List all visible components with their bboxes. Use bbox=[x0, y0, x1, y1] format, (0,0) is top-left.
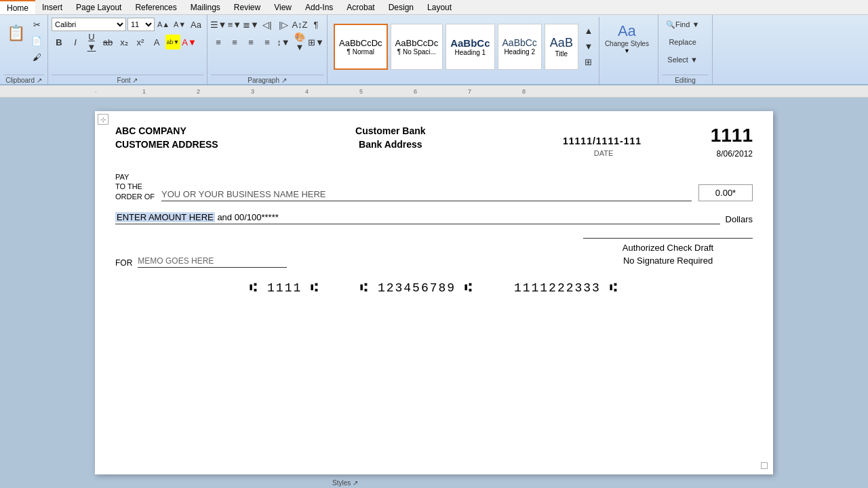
align-right-button[interactable]: ≡ bbox=[243, 35, 258, 49]
copy-button[interactable]: 📄 bbox=[29, 33, 44, 48]
replace-button[interactable]: Replace bbox=[662, 35, 703, 49]
style-heading2-button[interactable]: AaBbCc Heading 2 bbox=[498, 24, 542, 70]
company-info: ABC COMPANY CUSTOMER ADDRESS bbox=[115, 125, 218, 151]
strikethrough-button[interactable]: ab bbox=[100, 35, 115, 49]
check-number: 1111 bbox=[711, 125, 753, 146]
format-painter-button[interactable]: 🖌 bbox=[29, 49, 44, 64]
menu-layout[interactable]: Layout bbox=[420, 0, 458, 14]
micr-routing: ⑆ 1111 ⑆ bbox=[250, 281, 319, 295]
micr-check: 1111222333 ⑆ bbox=[514, 281, 618, 295]
bank-address: Bank Address bbox=[355, 138, 425, 152]
style-no-spacing-button[interactable]: AaBbCcDc ¶ No Spaci... bbox=[391, 24, 443, 70]
change-styles-button[interactable]: Aa Change Styles ▼ bbox=[602, 20, 652, 57]
bold-button[interactable]: B bbox=[52, 35, 66, 49]
shading-button[interactable]: 🎨▼ bbox=[292, 35, 307, 49]
amount-text2: and 00/100***** bbox=[215, 212, 279, 222]
menu-mailings[interactable]: Mailings bbox=[184, 0, 227, 14]
styles-more[interactable]: ⊞ bbox=[581, 55, 596, 70]
routing-check-row: 11111/1111-111 1111 bbox=[563, 125, 753, 146]
font-size-select[interactable]: 11 bbox=[127, 18, 155, 31]
align-left-button[interactable]: ≡ bbox=[211, 35, 226, 49]
styles-group: AaBbCcDc ¶ Normal AaBbCcDc ¶ No Spaci...… bbox=[328, 15, 658, 84]
decrease-indent-button[interactable]: ◁| bbox=[260, 17, 275, 32]
company-address: CUSTOMER ADDRESS bbox=[115, 138, 218, 152]
justify-button[interactable]: ≡ bbox=[260, 35, 275, 49]
font-family-select[interactable]: Calibri bbox=[52, 18, 126, 31]
style-heading1-button[interactable]: AaBbCc Heading 1 bbox=[446, 24, 494, 70]
dollars-label: Dollars bbox=[726, 214, 753, 224]
increase-indent-button[interactable]: |▷ bbox=[276, 17, 291, 32]
bank-info: Customer Bank Bank Address bbox=[355, 125, 425, 151]
line-spacing-button[interactable]: ↕▼ bbox=[276, 35, 291, 49]
menu-insert[interactable]: Insert bbox=[35, 0, 69, 14]
routing-number: 11111/1111-111 bbox=[563, 136, 642, 146]
styles-scroll-down[interactable]: ▼ bbox=[581, 39, 596, 54]
decrease-font-button[interactable]: A▼ bbox=[172, 17, 187, 32]
company-name: ABC COMPANY bbox=[115, 125, 218, 138]
resize-handle[interactable] bbox=[761, 462, 768, 469]
menu-design[interactable]: Design bbox=[382, 0, 420, 14]
style-title-button[interactable]: AaB Title bbox=[545, 24, 578, 70]
text-effects-button[interactable]: A bbox=[149, 35, 164, 49]
menu-add-ins[interactable]: Add-Ins bbox=[298, 0, 340, 14]
menu-references[interactable]: References bbox=[128, 0, 183, 14]
superscript-button[interactable]: x² bbox=[133, 35, 148, 49]
styles-scroll-up[interactable]: ▲ bbox=[581, 24, 596, 39]
paste-button[interactable]: 📋 bbox=[3, 17, 28, 49]
memo-label: FOR bbox=[115, 258, 132, 268]
select-button[interactable]: Select ▼ bbox=[662, 52, 703, 67]
font-color-button[interactable]: A▼ bbox=[182, 35, 197, 49]
find-button[interactable]: 🔍 Find ▼ bbox=[662, 17, 703, 32]
amount-box: 0.00* bbox=[698, 184, 753, 201]
menu-view[interactable]: View bbox=[267, 0, 298, 14]
clipboard-label: Clipboard ↗ bbox=[3, 75, 44, 84]
menu-acrobat[interactable]: Acrobat bbox=[340, 0, 381, 14]
increase-font-button[interactable]: A▲ bbox=[156, 17, 171, 32]
font-formatting-row: B I U ▼ ab x₂ x² A ab▼ A▼ bbox=[52, 35, 203, 49]
italic-button[interactable]: I bbox=[68, 35, 83, 49]
align-row: ≡ ≡ ≡ ≡ ↕▼ 🎨▼ ⊞▼ bbox=[211, 35, 323, 49]
text-highlight-button[interactable]: ab▼ bbox=[165, 35, 180, 49]
menu-review[interactable]: Review bbox=[227, 0, 267, 14]
payee-placeholder: YOU OR YOUR BUSINESS NAME HERE bbox=[161, 189, 326, 199]
ruler-marks: · 1 2 3 4 5 6 7 8 bbox=[88, 85, 868, 97]
editing-content: 🔍 Find ▼ Replace Select ▼ bbox=[662, 17, 709, 75]
borders-button[interactable]: ⊞▼ bbox=[309, 35, 323, 49]
micr-line: ⑆ 1111 ⑆ ⑆ 123456789 ⑆ 1111222333 ⑆ bbox=[115, 281, 753, 295]
menu-page-layout[interactable]: Page Layout bbox=[69, 0, 128, 14]
ruler: · 1 2 3 4 5 6 7 8 bbox=[0, 85, 868, 98]
style-normal-button[interactable]: AaBbCcDc ¶ Normal bbox=[334, 24, 388, 70]
dollars-line: ENTER AMOUNT HERE and 00/100***** bbox=[115, 212, 720, 224]
date-value: 8/06/2012 bbox=[717, 149, 753, 159]
paragraph-content: ☰▼ ≡▼ ≣▼ ◁| |▷ A↕Z ¶ ≡ ≡ ≡ ≡ ↕▼ 🎨▼ ⊞▼ bbox=[211, 17, 323, 75]
menu-home[interactable]: Home bbox=[0, 0, 35, 14]
clipboard-group: 📋 ✂ 📄 🖌 Clipboard ↗ bbox=[0, 15, 48, 84]
numbering-button[interactable]: ≡▼ bbox=[227, 17, 242, 32]
move-handle[interactable]: ⊹ bbox=[98, 114, 108, 125]
menu-bar: Home Insert Page Layout References Maili… bbox=[0, 0, 868, 15]
sort-button[interactable]: A↕Z bbox=[292, 17, 307, 32]
memo-signature-section: FOR MEMO GOES HERE Authorized Check Draf… bbox=[115, 238, 753, 268]
memo-value: MEMO GOES HERE bbox=[138, 256, 214, 266]
align-center-button[interactable]: ≡ bbox=[227, 35, 242, 49]
subscript-button[interactable]: x₂ bbox=[117, 35, 132, 49]
payee-line: YOU OR YOUR BUSINESS NAME HERE bbox=[161, 189, 692, 201]
font-selectors-row: Calibri 11 A▲ A▼ Aa bbox=[52, 17, 203, 32]
multilevel-list-button[interactable]: ≣▼ bbox=[243, 17, 258, 32]
styles-label: Styles ↗ bbox=[332, 479, 358, 487]
list-row: ☰▼ ≡▼ ≣▼ ◁| |▷ A↕Z ¶ bbox=[211, 17, 323, 32]
check-number-date-section: 11111/1111-111 1111 DATE 8/06/2012 bbox=[563, 125, 753, 159]
cut-button[interactable]: ✂ bbox=[29, 17, 44, 32]
dollars-section: ENTER AMOUNT HERE and 00/100***** Dollar… bbox=[115, 212, 753, 224]
micr-account: ⑆ 123456789 ⑆ bbox=[360, 281, 473, 295]
document-area: ⊹ ABC COMPANY CUSTOMER ADDRESS Customer … bbox=[0, 98, 868, 488]
check-header: ABC COMPANY CUSTOMER ADDRESS Customer Ba… bbox=[115, 125, 753, 159]
change-case-button[interactable]: Aa bbox=[189, 17, 203, 32]
editing-group: 🔍 Find ▼ Replace Select ▼ Editing bbox=[658, 15, 713, 84]
bullets-button[interactable]: ☰▼ bbox=[211, 17, 226, 32]
underline-button[interactable]: U ▼ bbox=[84, 35, 99, 49]
authorized-line1: Authorized Check Draft bbox=[583, 241, 753, 255]
show-hide-button[interactable]: ¶ bbox=[309, 17, 323, 32]
amount-text: ENTER AMOUNT HERE bbox=[115, 212, 215, 222]
clipboard-content: 📋 ✂ 📄 🖌 bbox=[3, 17, 44, 75]
